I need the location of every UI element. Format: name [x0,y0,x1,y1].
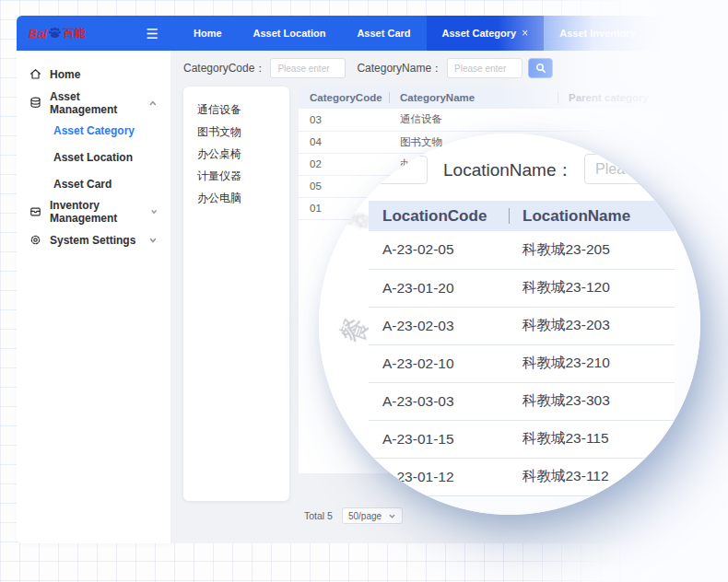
table-row: A-23-03-03科教城23-303 [369,382,675,420]
home-icon [29,68,41,80]
logo: Bai 百能 [29,26,85,41]
chevron-up-icon [148,99,158,108]
total-count: Total 5 [304,510,333,521]
column-header: CategoryCode [299,87,389,109]
category-tree-panel: 通信设备 图书文物 办公桌椅 计量仪器 办公电脑 [183,87,289,501]
collapse-menu-icon[interactable]: ☰ [147,27,159,41]
location-name-label: LocationName： [443,158,574,182]
table-row: A-23-02-03科教城23-203 [369,307,675,344]
table-row: A-23-02-05科教城23-205 [369,231,675,269]
inventory-box-icon [29,205,41,217]
table-row: A-23-01-20科教城23-120 [369,269,675,307]
category-code-input[interactable] [270,58,346,78]
search-button[interactable] [528,58,553,78]
chevron-down-icon [388,512,396,520]
tab-asset-category[interactable]: Asset Category × [427,16,545,51]
navbar-brand-area: Bai 百能 ☰ [17,16,170,51]
tab-asset-location[interactable]: Asset Location [238,16,342,51]
sidebar-item-asset-category[interactable]: Asset Category [17,117,170,144]
sidebar-item-asset-location[interactable]: Asset Location [17,144,170,170]
sidebar-item-home[interactable]: Home [17,60,170,88]
column-header: LocationCode [369,201,509,231]
sidebar: Home Asset Management Asset Category Ass… [17,51,170,543]
table-row: 03 通信设备 [299,109,728,131]
chevron-down-icon [148,236,158,245]
tab-asset-card[interactable]: Asset Card [341,16,426,51]
category-code-label: CategoryCode： [183,61,265,76]
tree-item[interactable]: 办公桌椅 [197,143,289,165]
sidebar-item-asset-management[interactable]: Asset Management [17,88,170,117]
column-header: CategoryName [389,87,558,109]
tree-item[interactable]: 办公电脑 [197,187,289,209]
page-size-select[interactable]: 50/page [342,507,403,524]
category-name-input[interactable] [447,58,523,78]
tab-home[interactable]: Home [178,16,238,51]
magnifier-lens: 器 餐 LocationName： LocationCode LocationN… [319,134,700,515]
chevron-down-icon [150,207,158,216]
paw-icon [48,27,62,40]
logo-text-cn: 百能 [63,26,85,41]
category-name-label: CategoryName： [357,61,442,76]
search-icon [535,63,546,74]
tree-item[interactable]: 计量仪器 [197,165,289,187]
tab-bar: Home Asset Location Asset Card Asset Cat… [178,16,728,51]
tree-item[interactable]: 通信设备 [197,99,289,121]
gear-icon [29,234,41,246]
tab-asset-inventory[interactable]: Asset Inventory [544,16,652,51]
table-row: A-23-01-15科教城23-115 [369,420,675,458]
sidebar-item-asset-card[interactable]: Asset Card [17,170,170,197]
tree-item[interactable]: 图书文物 [197,121,289,143]
close-icon[interactable]: × [522,27,528,40]
top-navbar: Bai 百能 ☰ Home Asset Location Asset Card … [17,16,728,51]
column-header: Parent category [558,87,728,109]
logo-text-latin: Bai [29,27,47,41]
database-icon [29,97,41,109]
sidebar-item-system-settings[interactable]: System Settings [17,226,170,254]
filter-bar: CategoryCode： CategoryName： [183,57,728,79]
sidebar-item-inventory-management[interactable]: Inventory Management [17,197,170,226]
column-header: LocationName [509,201,675,231]
table-row: A-23-02-10科教城23-210 [369,344,675,382]
location-table: LocationCode LocationName A-23-02-05科教城2… [369,201,675,496]
